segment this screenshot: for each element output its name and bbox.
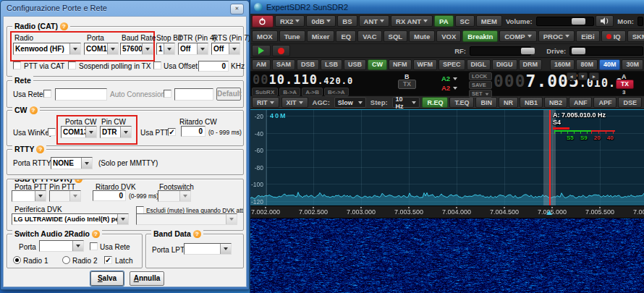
toolbar-button-mute[interactable]: Mute — [409, 30, 435, 42]
waterfall-canvas[interactable] — [250, 218, 644, 293]
memory-button-lock[interactable]: LOCK — [469, 72, 492, 80]
rx2-antenna-select[interactable]: A2 — [441, 84, 457, 92]
toolbar-button-eibi[interactable]: EiBi — [576, 30, 599, 42]
dropdown-arrow-icon[interactable] — [120, 127, 131, 137]
mode-button-digu[interactable]: DIGU — [492, 59, 517, 70]
dsp-button-r-eq[interactable]: R.EQ — [422, 97, 448, 108]
waterfall-display[interactable] — [250, 218, 644, 293]
default-button[interactable]: Default — [216, 88, 241, 101]
porta-rtty-select[interactable]: NONE — [51, 157, 93, 169]
pin-ptt-select[interactable] — [49, 190, 81, 202]
volume-slider[interactable] — [536, 17, 595, 26]
mode-button-drm[interactable]: DRM — [519, 59, 543, 70]
escludi-select[interactable] — [136, 213, 237, 225]
latch-checkbox[interactable]: ✓ — [104, 256, 112, 264]
dropdown-arrow-icon[interactable] — [85, 127, 96, 137]
auto-connessione-checkbox[interactable] — [164, 90, 171, 98]
record-button[interactable] — [272, 45, 291, 56]
rit-button[interactable]: RIT — [252, 97, 279, 108]
spectrum-display[interactable]: -20-40-60-80-100-120 40M A: 7.005.010.0 … — [250, 109, 644, 205]
dsp-button-anf[interactable]: ANF — [569, 97, 593, 108]
frequency-scale[interactable]: 7.002.0007.002.5007.003.0007.003.5007.00… — [250, 205, 644, 218]
toolbar-button-mox[interactable]: MOX — [252, 30, 278, 42]
switch-porta-select[interactable] — [39, 240, 84, 252]
bs-button[interactable]: BS — [337, 15, 357, 27]
close-icon[interactable]: ✕ — [230, 4, 244, 14]
mode-button-wfm[interactable]: WFM — [413, 59, 438, 70]
mode-button-digl[interactable]: DIGL — [467, 59, 491, 70]
dropdown-arrow-icon[interactable] — [164, 43, 174, 54]
sdr-title-bar[interactable]: ExpertSDR2 SunSDR2 — [250, 0, 644, 14]
porta-lpt-select[interactable] — [184, 243, 232, 255]
attenuator-button[interactable]: 0dB — [306, 15, 336, 27]
rete-address-input[interactable] — [55, 88, 107, 101]
toolbar-button-iq[interactable]: IQ — [601, 30, 626, 42]
porta-select[interactable]: COM10 — [84, 43, 119, 55]
porta-ptt-select[interactable] — [12, 190, 46, 202]
help-icon[interactable]: ? — [92, 230, 100, 238]
pin-cw-select[interactable]: DTR — [100, 126, 132, 138]
dropdown-arrow-icon[interactable] — [197, 43, 208, 54]
chevron-down-icon[interactable] — [453, 77, 457, 82]
offset-input[interactable]: 0 — [198, 61, 229, 72]
chevron-down-icon[interactable] — [485, 93, 488, 97]
toolbar-button-eq[interactable]: EQ — [336, 30, 356, 42]
dsp-button-apf[interactable]: APF — [593, 97, 617, 108]
dropdown-arrow-icon[interactable] — [69, 191, 80, 201]
mode-button-cw[interactable]: CW — [368, 59, 387, 70]
chevron-down-icon[interactable] — [358, 101, 363, 106]
dsp-button-dse[interactable]: DSE — [618, 97, 642, 108]
vfo-a-display[interactable]: 0007.005.010.0 — [493, 73, 623, 90]
dropdown-arrow-icon[interactable] — [35, 191, 46, 201]
toolbar-button-breakin[interactable]: BreakIn — [462, 30, 498, 42]
toolbar-button-mixer[interactable]: Mixer — [307, 30, 335, 42]
sospendi-checkbox[interactable] — [68, 61, 76, 69]
mute-speaker-button[interactable] — [596, 15, 614, 27]
radio1-radiobutton[interactable] — [13, 256, 21, 264]
dropdown-arrow-icon[interactable] — [72, 241, 83, 251]
chevron-down-icon[interactable] — [326, 20, 331, 25]
baud-select[interactable]: 57600 — [120, 43, 153, 55]
toolbar-button-tune[interactable]: Tune — [279, 30, 305, 42]
play-button[interactable] — [252, 45, 271, 56]
band-button-160m[interactable]: 160M — [550, 59, 575, 70]
vfo-button-a-b[interactable]: A->B — [302, 88, 323, 96]
salva-button[interactable]: Salva — [90, 271, 124, 286]
chevron-down-icon[interactable] — [380, 20, 384, 25]
toolbar-button-vac[interactable]: VAC — [357, 30, 381, 42]
mode-button-spec[interactable]: SPEC — [438, 59, 465, 70]
chevron-down-icon[interactable] — [295, 20, 300, 25]
chevron-down-icon[interactable] — [565, 35, 569, 40]
xit-button[interactable]: XIT — [281, 97, 308, 108]
chevron-down-icon[interactable] — [270, 101, 274, 106]
rf-slider-handle[interactable] — [521, 48, 535, 54]
dropdown-arrow-icon[interactable] — [226, 214, 237, 224]
arrow-right-button[interactable]: ▸ — [589, 72, 599, 80]
rx1-antenna-select[interactable]: A2 — [441, 75, 457, 82]
mode-button-am[interactable]: AM — [252, 59, 271, 70]
ptt-via-cat-checkbox[interactable] — [13, 61, 21, 69]
dropdown-arrow-icon[interactable] — [220, 244, 231, 254]
rf-slider[interactable] — [470, 46, 531, 56]
power-button[interactable] — [252, 15, 274, 27]
footswitch-select[interactable] — [158, 190, 191, 202]
dialog-title-bar[interactable]: Configurazione Porte e Rete — [1, 1, 249, 15]
toolbar-button-vox[interactable]: VOX — [436, 30, 461, 42]
step-select[interactable]: 10 Hz — [392, 97, 420, 108]
dtr-select[interactable]: Off — [178, 43, 208, 55]
mode-button-nfm[interactable]: NFM — [389, 59, 412, 70]
radio-select[interactable]: Kenwood (HF) — [13, 43, 81, 55]
dsp-button-t-eq[interactable]: T.EQ — [449, 97, 474, 108]
chevron-down-icon[interactable] — [299, 101, 303, 106]
dropdown-arrow-icon[interactable] — [81, 158, 92, 169]
arrow-down-button[interactable]: ▾ — [578, 72, 588, 80]
band-button-80m[interactable]: 80M — [576, 59, 598, 70]
vfo-b-display[interactable]: 0010.110.420.0 — [253, 74, 353, 86]
ritardo-cw-input[interactable]: 0 — [181, 126, 206, 137]
mode-button-dsb[interactable]: DSB — [297, 59, 319, 70]
dropdown-arrow-icon[interactable] — [142, 43, 153, 54]
usa-rete-checkbox[interactable] — [43, 90, 51, 98]
toolbar-button-skm[interactable]: SKM — [627, 30, 644, 42]
mem-button[interactable]: MEM — [476, 15, 502, 27]
dsp-button-nb2[interactable]: NB2 — [544, 97, 567, 108]
